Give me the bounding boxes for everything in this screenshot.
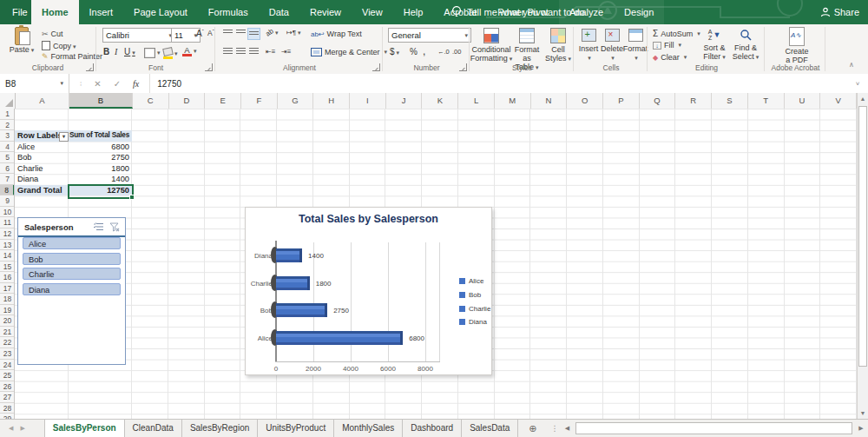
slicer-item-diana[interactable]: Diana	[23, 283, 121, 295]
name-box[interactable]: B8▾	[0, 74, 69, 93]
fill-handle[interactable]	[129, 195, 135, 200]
slicer-item-charlie[interactable]: Charlie	[23, 268, 121, 280]
sheet-tab-salesdata[interactable]: SalesData	[462, 420, 518, 437]
slicer-item-alice[interactable]: Alice	[23, 237, 121, 249]
borders-button[interactable]	[144, 48, 161, 58]
indent-menu-button[interactable]: ↦¶	[286, 29, 301, 36]
row-header-8[interactable]: 8	[0, 185, 15, 196]
row-header-18[interactable]: 18	[0, 294, 15, 305]
name-box-dropdown-icon[interactable]: ▾	[60, 80, 63, 87]
row-header-4[interactable]: 4	[0, 142, 15, 153]
number-format-combo[interactable]: General▾	[388, 28, 471, 43]
tab-design[interactable]: Design	[614, 0, 664, 24]
bar-diana[interactable]	[276, 248, 302, 262]
cell-styles-button[interactable]: Cell Styles	[545, 26, 571, 63]
cut-button[interactable]: ✂ Cut	[42, 30, 63, 38]
column-header-n[interactable]: N	[531, 93, 568, 109]
pivot-row[interactable]: Alice6800	[15, 142, 132, 153]
horizontal-scrollbar[interactable]: ◀ ▶	[562, 421, 866, 435]
legend-item-charlie[interactable]: Charlie	[459, 305, 490, 313]
cancel-icon[interactable]: ✕	[94, 79, 101, 89]
shrink-font-button[interactable]: Aˇ	[207, 29, 214, 37]
sort-filter-button[interactable]: AZ▼ Sort & Filter	[700, 26, 729, 62]
chart-title[interactable]: Total Sales by Salesperson	[246, 213, 491, 225]
percent-button[interactable]: %	[410, 47, 418, 56]
row-labels-filter-icon[interactable]: ▾	[59, 132, 69, 142]
select-all-corner[interactable]	[0, 93, 16, 109]
scroll-right-icon[interactable]: ▶	[856, 421, 866, 435]
insert-function-icon[interactable]: fx	[133, 79, 139, 89]
legend-item-bob[interactable]: Bob	[459, 291, 481, 299]
column-header-h[interactable]: H	[313, 93, 350, 109]
legend-item-diana[interactable]: Diana	[459, 318, 487, 326]
tell-me-box[interactable]: Tell me what you want to do	[451, 0, 585, 24]
pivot-row[interactable]: Bob2750	[15, 152, 132, 163]
column-header-q[interactable]: Q	[640, 93, 676, 109]
enter-icon[interactable]: ✓	[114, 79, 121, 89]
sheet-tab-cleandata[interactable]: CleanData	[125, 420, 182, 437]
sheet-nav-left-icon[interactable]: ◀	[9, 425, 13, 432]
sales-bar-chart[interactable]: Total Sales by Salesperson Diana1400Char…	[245, 207, 492, 375]
row-header-9[interactable]: 9	[0, 195, 15, 207]
tab-review[interactable]: Review	[299, 0, 352, 24]
insert-cells-button[interactable]: + Insert	[578, 26, 599, 63]
align-center-button[interactable]	[235, 48, 247, 55]
new-sheet-button[interactable]: ⊕	[518, 420, 547, 437]
row-header-27[interactable]: 27	[0, 392, 15, 403]
decrease-indent-button[interactable]: ⇤≡	[266, 48, 275, 56]
collapse-ribbon-button[interactable]: ∧	[849, 61, 854, 69]
font-name-combo[interactable]: Calibri▾	[102, 28, 175, 43]
column-header-o[interactable]: O	[567, 93, 603, 109]
share-button[interactable]: Share	[820, 0, 859, 24]
row-header-3[interactable]: 3	[0, 130, 15, 142]
increase-decimal-button[interactable]: ←.0	[437, 48, 450, 56]
scroll-down-icon[interactable]: ▼	[858, 407, 868, 419]
align-left-button[interactable]	[222, 48, 233, 55]
vertical-scrollbar[interactable]: ▲ ▼	[857, 93, 868, 419]
orientation-button[interactable]: ab	[266, 29, 278, 36]
row-header-13[interactable]: 13	[0, 240, 15, 251]
row-header-11[interactable]: 11	[0, 217, 15, 228]
format-painter-button[interactable]: ✎ Format Painter	[42, 52, 102, 61]
italic-button[interactable]: I	[115, 47, 117, 56]
paste-button[interactable]: Paste	[5, 26, 38, 55]
active-cell-selection[interactable]	[68, 184, 134, 199]
column-header-g[interactable]: G	[278, 93, 314, 109]
horizontal-scroll-thumb[interactable]	[575, 422, 852, 434]
row-header-21[interactable]: 21	[0, 327, 15, 338]
row-header-17[interactable]: 17	[0, 283, 15, 295]
row-header-14[interactable]: 14	[0, 250, 15, 262]
sheet-nav-right-icon[interactable]: ▶	[20, 425, 24, 432]
column-header-l[interactable]: L	[458, 93, 495, 109]
fill-color-button[interactable]	[163, 48, 178, 59]
comma-button[interactable]: ,	[423, 45, 425, 57]
pivot-row[interactable]: Diana1400	[15, 174, 132, 185]
wrap-text-button[interactable]: ab↩ Wrap Text	[311, 30, 362, 38]
sheet-tab-monthlysales[interactable]: MonthlySales	[334, 420, 403, 437]
number-dialog-launcher[interactable]	[459, 63, 467, 71]
column-header-d[interactable]: D	[169, 93, 206, 109]
bar-bob[interactable]	[276, 303, 327, 317]
sheet-tab-salesbyperson[interactable]: SalesByPerson	[44, 420, 125, 437]
scroll-up-icon[interactable]: ▲	[858, 93, 868, 104]
multi-select-icon[interactable]	[92, 221, 106, 233]
bar-charlie[interactable]	[276, 276, 310, 290]
fill-button[interactable]: ↓ Fill	[653, 41, 681, 50]
column-header-r[interactable]: R	[675, 93, 712, 109]
column-header-f[interactable]: F	[241, 93, 278, 109]
slicer-item-bob[interactable]: Bob	[23, 253, 121, 265]
conditional-formatting-button[interactable]: Conditional Formatting	[474, 26, 509, 63]
tab-help[interactable]: Help	[393, 0, 434, 24]
find-select-button[interactable]: Find & Select	[731, 26, 760, 62]
align-right-button[interactable]	[248, 48, 260, 55]
column-header-s[interactable]: S	[712, 93, 748, 109]
row-header-22[interactable]: 22	[0, 337, 15, 348]
tab-home[interactable]: Home	[31, 0, 79, 24]
column-header-b[interactable]: B	[69, 93, 133, 109]
row-header-20[interactable]: 20	[0, 315, 15, 327]
copy-button[interactable]: Copy	[42, 41, 76, 50]
salesperson-slicer[interactable]: Salesperson AliceBobCharlieDiana	[17, 217, 126, 365]
tab-insert[interactable]: Insert	[79, 0, 124, 24]
row-header-16[interactable]: 16	[0, 272, 15, 283]
column-header-j[interactable]: J	[386, 93, 423, 109]
